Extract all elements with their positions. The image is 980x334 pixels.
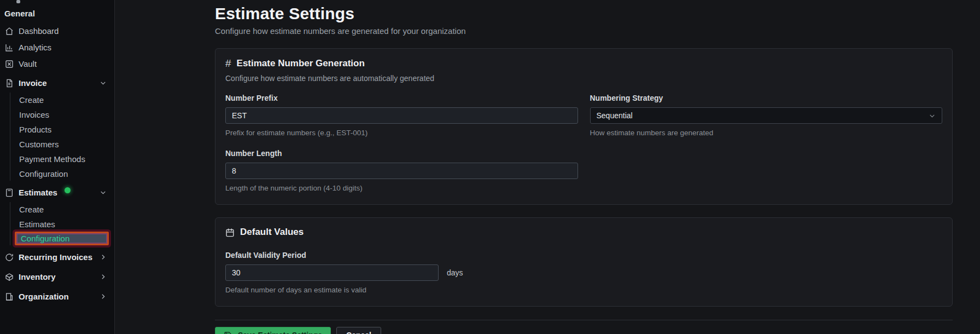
sidebar-item-label: Estimates [19, 188, 57, 197]
vault-box-icon [4, 59, 14, 68]
sidebar-item-label: Customers [19, 140, 59, 149]
numbering-strategy-help: How estimate numbers are generated [590, 129, 943, 137]
notification-dot [65, 187, 71, 193]
main-content: Estimate Settings Configure how estimate… [115, 0, 980, 334]
sidebar-item-estimates-create[interactable]: Create [19, 202, 109, 216]
default-validity-period-help: Default number of days an estimate is va… [225, 286, 578, 294]
number-prefix-label: Number Prefix [225, 94, 578, 102]
sidebar-item-vault[interactable]: Vault [4, 56, 109, 71]
sidebar-item-recurring-invoices[interactable]: Recurring Invoices [4, 249, 109, 265]
cancel-button[interactable]: Cancel [336, 327, 381, 334]
sidebar-item-payment-methods[interactable]: Payment Methods [19, 152, 109, 166]
default-values-card: Default Values Default Validity Period d… [215, 217, 953, 307]
days-unit-label: days [447, 268, 463, 277]
refresh-cycle-icon [4, 252, 14, 262]
number-prefix-input[interactable] [225, 107, 578, 124]
actions-divider [215, 320, 953, 320]
number-prefix-field: Number Prefix Prefix for estimate number… [225, 94, 578, 137]
building-icon [4, 292, 14, 301]
sidebar-item-estimates-list[interactable]: Estimates [19, 217, 109, 231]
sidebar-item-estimates-configuration-active[interactable]: Configuration [15, 232, 109, 245]
sidebar-item-inventory[interactable]: Inventory [4, 269, 109, 285]
sidebar-item-organization[interactable]: Organization [4, 289, 109, 304]
sidebar-item-label: Create [19, 95, 44, 105]
sidebar-item-label: Analytics [19, 43, 51, 52]
sidebar: General Dashboard Analytics Vault Invoic… [0, 0, 115, 334]
calculator-icon [4, 188, 14, 197]
sidebar-item-label: Inventory [19, 272, 56, 281]
chevron-down-icon [100, 79, 107, 87]
sidebar-item-products[interactable]: Products [19, 122, 109, 136]
app-window: General Dashboard Analytics Vault Invoic… [0, 0, 980, 334]
save-button-label: Save Estimate Settings [238, 331, 322, 334]
card-title: Estimate Number Generation [237, 58, 365, 69]
sidebar-section-general: General [4, 9, 109, 18]
save-estimate-settings-button[interactable]: Save Estimate Settings [215, 327, 331, 334]
sidebar-item-invoice-configuration[interactable]: Configuration [19, 166, 109, 181]
number-length-input[interactable] [225, 163, 578, 179]
default-validity-period-input[interactable] [225, 264, 439, 281]
package-icon [4, 272, 14, 281]
sidebar-item-label: Invoice [19, 78, 47, 88]
empty-grid-cell [590, 149, 943, 192]
page-subtitle: Configure how estimate numbers are gener… [215, 26, 953, 36]
sidebar-item-invoice[interactable]: Invoice [4, 75, 109, 91]
sidebar-item-label: Configuration [19, 169, 68, 178]
selected-option: Sequential [597, 111, 633, 120]
numbering-strategy-label: Numbering Strategy [590, 94, 943, 102]
number-length-label: Number Length [225, 149, 578, 158]
chevron-down-icon [929, 112, 936, 119]
hash-icon: # [225, 57, 231, 70]
estimates-subgroup: Create Estimates Configuration [10, 202, 109, 245]
sidebar-item-label: Invoices [19, 110, 49, 119]
card-subtitle: Configure how estimate numbers are autom… [225, 74, 942, 83]
sidebar-item-analytics[interactable]: Analytics [4, 40, 109, 55]
card-title: Default Values [240, 227, 304, 238]
sidebar-scrollbar-thumb[interactable] [16, 0, 20, 3]
default-validity-period-label: Default Validity Period [225, 251, 578, 260]
page-title: Estimate Settings [215, 4, 953, 23]
default-validity-period-field: Default Validity Period days Default num… [225, 251, 578, 294]
chevron-down-icon [100, 189, 107, 196]
sidebar-item-label: Organization [19, 292, 69, 301]
save-floppy-icon [224, 331, 232, 334]
numbering-strategy-select[interactable]: Sequential [590, 107, 943, 124]
invoice-subgroup: Create Invoices Products Customers Payme… [10, 93, 109, 181]
sidebar-item-label: Create [19, 205, 44, 214]
estimate-number-generation-card: # Estimate Number Generation Configure h… [215, 48, 953, 205]
chevron-right-icon [100, 293, 107, 300]
bar-chart-icon [4, 43, 14, 52]
home-icon [4, 26, 14, 36]
number-length-field: Number Length Length of the numeric port… [225, 149, 578, 192]
numbering-strategy-field: Numbering Strategy Sequential How estima… [590, 94, 943, 137]
sidebar-item-label: Recurring Invoices [19, 252, 92, 262]
chevron-right-icon [100, 273, 107, 280]
sidebar-item-invoices[interactable]: Invoices [19, 107, 109, 122]
sidebar-item-label: Payment Methods [19, 154, 85, 164]
invoice-file-icon [4, 78, 14, 88]
sidebar-item-label: Products [19, 125, 51, 134]
form-actions: Save Estimate Settings Cancel [215, 327, 953, 334]
sidebar-item-invoice-create[interactable]: Create [19, 93, 109, 107]
chevron-right-icon [100, 254, 107, 261]
sidebar-item-label: Estimates [19, 220, 55, 229]
sidebar-item-label: Dashboard [19, 26, 59, 36]
sidebar-item-label: Configuration [21, 234, 69, 243]
sidebar-item-label: Vault [19, 59, 37, 68]
calendar-icon [225, 228, 235, 237]
sidebar-item-dashboard[interactable]: Dashboard [4, 24, 109, 38]
number-prefix-help: Prefix for estimate numbers (e.g., EST-0… [225, 129, 578, 137]
sidebar-item-customers[interactable]: Customers [19, 137, 109, 151]
number-length-help: Length of the numeric portion (4-10 digi… [225, 184, 578, 192]
sidebar-item-estimates[interactable]: Estimates [4, 185, 109, 200]
